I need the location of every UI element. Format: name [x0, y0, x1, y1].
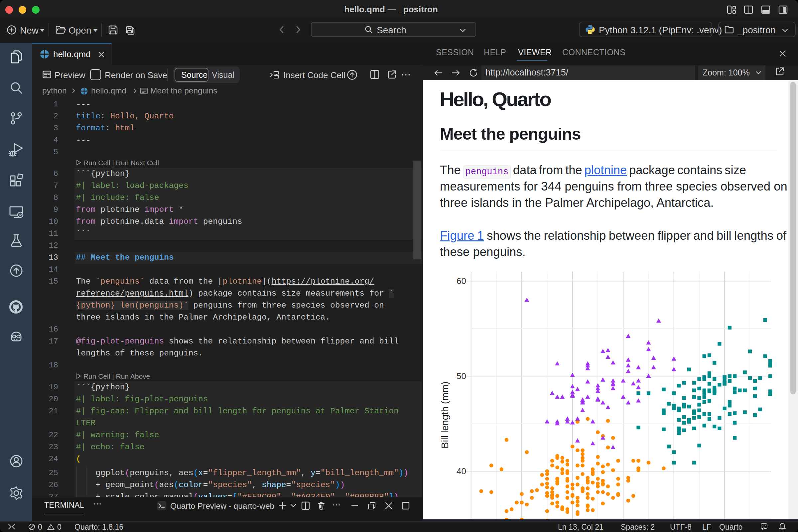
svg-text:40: 40 [457, 466, 466, 476]
svg-text:60: 60 [457, 276, 466, 286]
svg-text:50: 50 [457, 371, 466, 381]
svg-text:Bill length (mm): Bill length (mm) [440, 381, 450, 448]
